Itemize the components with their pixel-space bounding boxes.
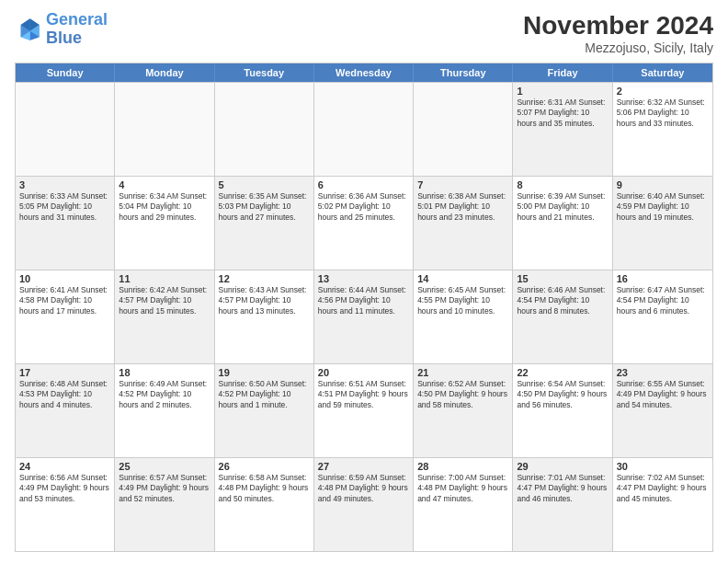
calendar-cell-4: 4Sunrise: 6:34 AM Sunset: 5:04 PM Daylig… — [115, 177, 214, 270]
day-number: 6 — [318, 179, 409, 190]
day-number: 21 — [417, 367, 508, 378]
calendar-cell-empty-0 — [16, 83, 115, 176]
header-day-saturday: Saturday — [613, 63, 712, 82]
calendar-cell-14: 14Sunrise: 6:45 AM Sunset: 4:55 PM Dayli… — [414, 270, 513, 363]
day-info: Sunrise: 6:58 AM Sunset: 4:48 PM Dayligh… — [219, 473, 310, 504]
day-info: Sunrise: 6:31 AM Sunset: 5:07 PM Dayligh… — [517, 98, 608, 129]
header-day-sunday: Sunday — [16, 63, 115, 82]
day-info: Sunrise: 6:54 AM Sunset: 4:50 PM Dayligh… — [517, 379, 608, 410]
calendar-cell-28: 28Sunrise: 7:00 AM Sunset: 4:48 PM Dayli… — [414, 458, 513, 551]
calendar-cell-20: 20Sunrise: 6:51 AM Sunset: 4:51 PM Dayli… — [314, 364, 414, 457]
calendar-row-2: 10Sunrise: 6:41 AM Sunset: 4:58 PM Dayli… — [16, 270, 712, 363]
day-info: Sunrise: 6:34 AM Sunset: 5:04 PM Dayligh… — [119, 191, 210, 223]
calendar-cell-empty-2 — [215, 83, 314, 176]
day-info: Sunrise: 6:44 AM Sunset: 4:56 PM Dayligh… — [318, 285, 409, 316]
calendar-cell-3: 3Sunrise: 6:33 AM Sunset: 5:05 PM Daylig… — [16, 177, 115, 270]
day-number: 30 — [617, 461, 709, 472]
header-day-wednesday: Wednesday — [314, 63, 414, 82]
calendar-cell-30: 30Sunrise: 7:02 AM Sunset: 4:47 PM Dayli… — [613, 458, 712, 551]
calendar-cell-5: 5Sunrise: 6:35 AM Sunset: 5:03 PM Daylig… — [215, 177, 314, 270]
header-day-thursday: Thursday — [414, 63, 513, 82]
calendar-cell-13: 13Sunrise: 6:44 AM Sunset: 4:56 PM Dayli… — [314, 270, 414, 363]
day-number: 5 — [219, 179, 310, 190]
day-number: 16 — [617, 273, 709, 284]
day-info: Sunrise: 6:33 AM Sunset: 5:05 PM Dayligh… — [19, 191, 110, 223]
calendar: SundayMondayTuesdayWednesdayThursdayFrid… — [15, 63, 713, 552]
title-block: November 2024 Mezzojuso, Sicily, Italy — [523, 11, 713, 55]
day-info: Sunrise: 6:45 AM Sunset: 4:55 PM Dayligh… — [417, 285, 508, 316]
day-info: Sunrise: 6:59 AM Sunset: 4:48 PM Dayligh… — [318, 473, 409, 504]
calendar-cell-11: 11Sunrise: 6:42 AM Sunset: 4:57 PM Dayli… — [115, 270, 214, 363]
location: Mezzojuso, Sicily, Italy — [523, 40, 713, 55]
day-info: Sunrise: 6:49 AM Sunset: 4:52 PM Dayligh… — [119, 379, 210, 410]
calendar-cell-8: 8Sunrise: 6:39 AM Sunset: 5:00 PM Daylig… — [513, 177, 612, 270]
calendar-cell-24: 24Sunrise: 6:56 AM Sunset: 4:49 PM Dayli… — [16, 458, 115, 551]
day-number: 28 — [417, 461, 508, 472]
calendar-cell-15: 15Sunrise: 6:46 AM Sunset: 4:54 PM Dayli… — [513, 270, 612, 363]
day-number: 2 — [617, 86, 709, 97]
calendar-cell-27: 27Sunrise: 6:59 AM Sunset: 4:48 PM Dayli… — [314, 458, 414, 551]
calendar-row-1: 3Sunrise: 6:33 AM Sunset: 5:05 PM Daylig… — [16, 176, 712, 270]
calendar-cell-22: 22Sunrise: 6:54 AM Sunset: 4:50 PM Dayli… — [513, 364, 612, 457]
day-number: 7 — [417, 179, 508, 190]
day-info: Sunrise: 7:02 AM Sunset: 4:47 PM Dayligh… — [617, 473, 709, 504]
day-number: 14 — [417, 273, 508, 284]
day-info: Sunrise: 6:43 AM Sunset: 4:57 PM Dayligh… — [219, 285, 310, 316]
header-day-friday: Friday — [513, 63, 612, 82]
logo-line1: General — [46, 10, 108, 29]
calendar-cell-7: 7Sunrise: 6:38 AM Sunset: 5:01 PM Daylig… — [414, 177, 513, 270]
day-info: Sunrise: 6:57 AM Sunset: 4:49 PM Dayligh… — [119, 473, 210, 504]
day-info: Sunrise: 6:52 AM Sunset: 4:50 PM Dayligh… — [417, 379, 508, 410]
header-day-monday: Monday — [115, 63, 214, 82]
day-number: 3 — [19, 179, 110, 190]
calendar-cell-26: 26Sunrise: 6:58 AM Sunset: 4:48 PM Dayli… — [215, 458, 314, 551]
day-number: 8 — [517, 179, 608, 190]
day-number: 26 — [219, 461, 310, 472]
day-info: Sunrise: 6:56 AM Sunset: 4:49 PM Dayligh… — [19, 473, 110, 504]
day-number: 1 — [517, 86, 608, 97]
day-number: 29 — [517, 461, 608, 472]
day-info: Sunrise: 6:47 AM Sunset: 4:54 PM Dayligh… — [617, 285, 709, 316]
logo-text: General Blue — [46, 11, 108, 48]
month-title: November 2024 — [523, 11, 713, 40]
header-day-tuesday: Tuesday — [215, 63, 314, 82]
calendar-cell-17: 17Sunrise: 6:48 AM Sunset: 4:53 PM Dayli… — [16, 364, 115, 457]
day-info: Sunrise: 6:46 AM Sunset: 4:54 PM Dayligh… — [517, 285, 608, 316]
day-info: Sunrise: 6:39 AM Sunset: 5:00 PM Dayligh… — [517, 191, 608, 223]
day-number: 15 — [517, 273, 608, 284]
day-info: Sunrise: 6:51 AM Sunset: 4:51 PM Dayligh… — [318, 379, 409, 410]
day-number: 27 — [318, 461, 409, 472]
calendar-cell-6: 6Sunrise: 6:36 AM Sunset: 5:02 PM Daylig… — [314, 177, 414, 270]
day-number: 19 — [219, 367, 310, 378]
calendar-cell-empty-1 — [115, 83, 214, 176]
day-number: 25 — [119, 461, 210, 472]
calendar-header: SundayMondayTuesdayWednesdayThursdayFrid… — [16, 63, 712, 82]
day-info: Sunrise: 7:00 AM Sunset: 4:48 PM Dayligh… — [417, 473, 508, 504]
day-info: Sunrise: 6:38 AM Sunset: 5:01 PM Dayligh… — [417, 191, 508, 223]
calendar-row-0: 1Sunrise: 6:31 AM Sunset: 5:07 PM Daylig… — [16, 82, 712, 176]
day-info: Sunrise: 6:42 AM Sunset: 4:57 PM Dayligh… — [119, 285, 210, 316]
day-number: 4 — [119, 179, 210, 190]
day-number: 23 — [617, 367, 709, 378]
day-number: 13 — [318, 273, 409, 284]
calendar-cell-2: 2Sunrise: 6:32 AM Sunset: 5:06 PM Daylig… — [613, 83, 712, 176]
calendar-cell-empty-3 — [314, 83, 414, 176]
day-info: Sunrise: 6:36 AM Sunset: 5:02 PM Dayligh… — [318, 191, 409, 223]
calendar-cell-1: 1Sunrise: 6:31 AM Sunset: 5:07 PM Daylig… — [513, 83, 612, 176]
page: General Blue November 2024 Mezzojuso, Si… — [0, 0, 728, 563]
calendar-cell-12: 12Sunrise: 6:43 AM Sunset: 4:57 PM Dayli… — [215, 270, 314, 363]
calendar-cell-29: 29Sunrise: 7:01 AM Sunset: 4:47 PM Dayli… — [513, 458, 612, 551]
calendar-cell-23: 23Sunrise: 6:55 AM Sunset: 4:49 PM Dayli… — [613, 364, 712, 457]
calendar-cell-empty-4 — [414, 83, 513, 176]
day-number: 22 — [517, 367, 608, 378]
day-number: 11 — [119, 273, 210, 284]
calendar-cell-10: 10Sunrise: 6:41 AM Sunset: 4:58 PM Dayli… — [16, 270, 115, 363]
calendar-cell-19: 19Sunrise: 6:50 AM Sunset: 4:52 PM Dayli… — [215, 364, 314, 457]
day-info: Sunrise: 6:55 AM Sunset: 4:49 PM Dayligh… — [617, 379, 709, 410]
calendar-body: 1Sunrise: 6:31 AM Sunset: 5:07 PM Daylig… — [16, 82, 712, 551]
day-info: Sunrise: 6:50 AM Sunset: 4:52 PM Dayligh… — [219, 379, 310, 410]
calendar-cell-9: 9Sunrise: 6:40 AM Sunset: 4:59 PM Daylig… — [613, 177, 712, 270]
day-number: 12 — [219, 273, 310, 284]
day-number: 10 — [19, 273, 110, 284]
day-number: 17 — [19, 367, 110, 378]
